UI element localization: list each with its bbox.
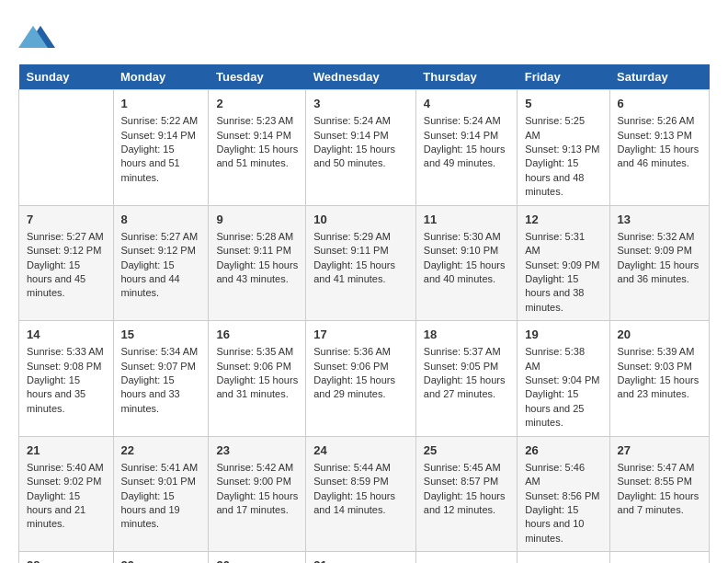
sunset: Sunset: 9:06 PM (216, 360, 298, 373)
calendar-cell: 25Sunrise: 5:45 AMSunset: 8:57 PMDayligh… (415, 436, 517, 552)
sunrise: Sunrise: 5:34 AM (121, 345, 201, 359)
daylight: Daylight: 15 hours and 48 minutes. (525, 156, 601, 199)
calendar-week: 1Sunrise: 5:22 AMSunset: 9:14 PMDaylight… (19, 90, 710, 206)
calendar-cell: 30Sunrise: 5:51 AMSunset: 8:51 PMDayligh… (209, 552, 306, 563)
day-number: 11 (424, 212, 509, 228)
daylight: Daylight: 15 hours and 40 minutes. (424, 259, 509, 287)
day-number: 29 (121, 557, 201, 563)
calendar-cell: 29Sunrise: 5:50 AMSunset: 8:53 PMDayligh… (113, 552, 209, 563)
sunset: Sunset: 9:06 PM (313, 360, 408, 373)
sunset: Sunset: 9:09 PM (525, 259, 601, 272)
sunset: Sunset: 9:14 PM (313, 129, 408, 143)
calendar-cell: 8Sunrise: 5:27 AMSunset: 9:12 PMDaylight… (113, 205, 209, 321)
header-day: Friday (518, 64, 609, 90)
day-number: 22 (121, 442, 201, 459)
day-number: 19 (525, 327, 601, 343)
calendar-cell: 18Sunrise: 5:37 AMSunset: 9:05 PMDayligh… (415, 321, 517, 437)
sunset: Sunset: 9:11 PM (313, 244, 408, 258)
calendar-body: 1Sunrise: 5:22 AMSunset: 9:14 PMDaylight… (19, 90, 710, 564)
sunset: Sunset: 8:56 PM (525, 489, 601, 503)
calendar-cell: 11Sunrise: 5:30 AMSunset: 9:10 PMDayligh… (415, 205, 517, 321)
calendar-cell: 13Sunrise: 5:32 AMSunset: 9:09 PMDayligh… (609, 205, 709, 321)
sunrise: Sunrise: 5:23 AM (216, 114, 298, 128)
sunset: Sunset: 9:00 PM (216, 475, 298, 488)
calendar-week: 28Sunrise: 5:48 AMSunset: 8:54 PMDayligh… (19, 552, 710, 563)
calendar-cell: 17Sunrise: 5:36 AMSunset: 9:06 PMDayligh… (306, 321, 416, 437)
calendar-week: 14Sunrise: 5:33 AMSunset: 9:08 PMDayligh… (19, 321, 710, 437)
day-number: 10 (313, 212, 408, 228)
sunrise: Sunrise: 5:45 AM (424, 461, 509, 475)
day-number: 16 (216, 327, 298, 343)
calendar-cell: 26Sunrise: 5:46 AMSunset: 8:56 PMDayligh… (518, 436, 609, 552)
header-row: SundayMondayTuesdayWednesdayThursdayFrid… (19, 64, 710, 90)
sunrise: Sunrise: 5:33 AM (27, 345, 106, 359)
daylight: Daylight: 15 hours and 29 minutes. (313, 373, 408, 402)
calendar-cell: 22Sunrise: 5:41 AMSunset: 9:01 PMDayligh… (113, 436, 209, 552)
sunset: Sunset: 9:02 PM (27, 475, 106, 488)
header-day: Wednesday (306, 64, 416, 90)
sunrise: Sunrise: 5:27 AM (27, 230, 106, 244)
daylight: Daylight: 15 hours and 50 minutes. (313, 143, 408, 171)
header-day: Monday (113, 64, 209, 90)
sunrise: Sunrise: 5:24 AM (424, 114, 509, 128)
sunset: Sunset: 9:07 PM (121, 360, 201, 373)
day-number: 23 (216, 442, 298, 459)
calendar-week: 21Sunrise: 5:40 AMSunset: 9:02 PMDayligh… (19, 436, 710, 552)
daylight: Daylight: 15 hours and 23 minutes. (618, 373, 701, 402)
daylight: Daylight: 15 hours and 14 minutes. (313, 489, 408, 518)
calendar-week: 7Sunrise: 5:27 AMSunset: 9:12 PMDaylight… (19, 205, 710, 321)
daylight: Daylight: 15 hours and 43 minutes. (216, 259, 298, 287)
sunset: Sunset: 9:12 PM (121, 244, 201, 258)
sunrise: Sunrise: 5:41 AM (121, 461, 201, 475)
daylight: Daylight: 15 hours and 41 minutes. (313, 259, 408, 287)
header-day: Sunday (19, 64, 114, 90)
calendar-cell: 31Sunrise: 5:52 AMSunset: 8:50 PMDayligh… (306, 552, 416, 563)
daylight: Daylight: 15 hours and 38 minutes. (525, 272, 601, 315)
daylight: Daylight: 15 hours and 17 minutes. (216, 489, 298, 518)
sunrise: Sunrise: 5:32 AM (618, 230, 701, 244)
sunset: Sunset: 9:11 PM (216, 244, 298, 258)
sunset: Sunset: 9:10 PM (424, 244, 509, 258)
daylight: Daylight: 15 hours and 7 minutes. (618, 489, 701, 518)
day-number: 6 (618, 96, 701, 112)
sunrise: Sunrise: 5:39 AM (618, 345, 701, 359)
calendar-cell: 14Sunrise: 5:33 AMSunset: 9:08 PMDayligh… (19, 321, 114, 437)
day-number: 5 (525, 96, 601, 112)
day-number: 27 (618, 442, 701, 459)
daylight: Daylight: 15 hours and 31 minutes. (216, 373, 298, 402)
page-header (18, 18, 710, 55)
sunset: Sunset: 9:14 PM (121, 129, 201, 143)
calendar-cell: 4Sunrise: 5:24 AMSunset: 9:14 PMDaylight… (415, 90, 517, 206)
day-number: 26 (525, 442, 601, 459)
sunrise: Sunrise: 5:47 AM (618, 461, 701, 475)
sunrise: Sunrise: 5:38 AM (525, 345, 601, 373)
day-number: 4 (424, 96, 509, 112)
day-number: 24 (313, 442, 408, 459)
sunset: Sunset: 9:04 PM (525, 373, 601, 387)
calendar-cell: 10Sunrise: 5:29 AMSunset: 9:11 PMDayligh… (306, 205, 416, 321)
calendar-header: SundayMondayTuesdayWednesdayThursdayFrid… (19, 64, 710, 90)
header-day: Tuesday (209, 64, 306, 90)
sunrise: Sunrise: 5:29 AM (313, 230, 408, 244)
calendar-cell: 23Sunrise: 5:42 AMSunset: 9:00 PMDayligh… (209, 436, 306, 552)
sunset: Sunset: 9:03 PM (618, 360, 701, 373)
calendar-cell: 3Sunrise: 5:24 AMSunset: 9:14 PMDaylight… (306, 90, 416, 206)
daylight: Daylight: 15 hours and 25 minutes. (525, 387, 601, 430)
calendar-cell: 24Sunrise: 5:44 AMSunset: 8:59 PMDayligh… (306, 436, 416, 552)
sunset: Sunset: 9:05 PM (424, 360, 509, 373)
header-day: Saturday (609, 64, 709, 90)
sunset: Sunset: 9:08 PM (27, 360, 106, 373)
calendar-table: SundayMondayTuesdayWednesdayThursdayFrid… (18, 64, 710, 563)
daylight: Daylight: 15 hours and 35 minutes. (27, 373, 106, 416)
day-number: 30 (216, 557, 298, 563)
sunset: Sunset: 9:09 PM (618, 244, 701, 258)
sunrise: Sunrise: 5:22 AM (121, 114, 201, 128)
calendar-cell: 15Sunrise: 5:34 AMSunset: 9:07 PMDayligh… (113, 321, 209, 437)
sunset: Sunset: 9:14 PM (216, 129, 298, 143)
calendar-cell: 6Sunrise: 5:26 AMSunset: 9:13 PMDaylight… (609, 90, 709, 206)
sunset: Sunset: 8:55 PM (618, 475, 701, 488)
sunset: Sunset: 9:14 PM (424, 129, 509, 143)
logo (18, 18, 59, 55)
calendar-cell: 16Sunrise: 5:35 AMSunset: 9:06 PMDayligh… (209, 321, 306, 437)
daylight: Daylight: 15 hours and 44 minutes. (121, 259, 201, 301)
